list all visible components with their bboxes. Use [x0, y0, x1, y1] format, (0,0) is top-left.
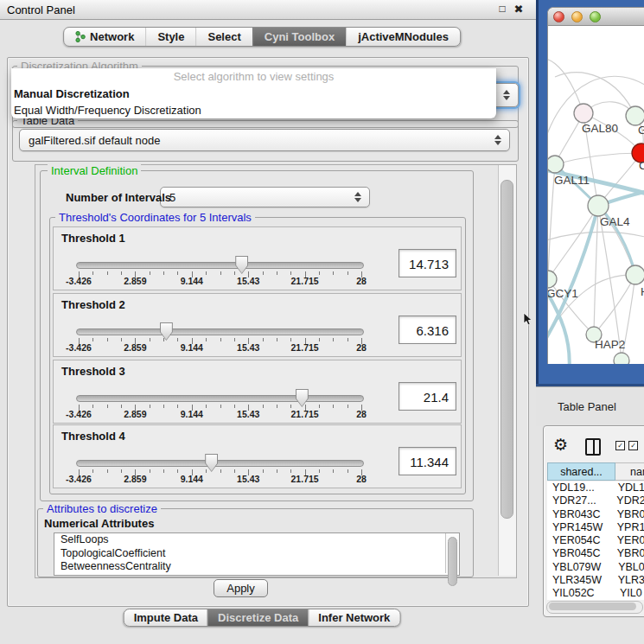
- table-header-row: shared...name: [547, 462, 644, 481]
- minimize-traffic-light[interactable]: [571, 11, 583, 22]
- dropdown-option-manual-discretization[interactable]: Manual Discretization: [11, 86, 496, 102]
- network-node[interactable]: [614, 353, 629, 364]
- node-label: C: [639, 159, 644, 172]
- tick-label: -3.426: [66, 342, 92, 353]
- checkbox-icon[interactable]: ✓: [628, 441, 638, 450]
- numerical-attributes-list: SelfLoopsTopologicalCoefficientBetweenne…: [54, 532, 460, 576]
- tick-mark: [277, 271, 277, 275]
- network-node-h[interactable]: [626, 265, 644, 284]
- tick-label: 21.715: [291, 409, 319, 419]
- table-row[interactable]: YLR345WYLR3: [547, 574, 644, 587]
- table-cell: YBR045C: [547, 547, 613, 560]
- table-data-combo[interactable]: galFiltered.sif default node: [19, 129, 510, 151]
- tick-mark: [107, 271, 108, 275]
- tick-mark: [92, 271, 93, 275]
- tab-label: Impute Data: [134, 611, 198, 624]
- table-row[interactable]: YBR043CYBR0: [547, 508, 644, 521]
- threshold-value-field[interactable]: 21.4: [399, 382, 456, 411]
- tab-label: Network: [90, 30, 134, 43]
- slider-thumb[interactable]: [205, 454, 218, 472]
- attributes-list-scrollbar-thumb[interactable]: [448, 537, 457, 586]
- tick-label: 28: [356, 342, 367, 353]
- column-header-shared[interactable]: shared...: [547, 462, 615, 481]
- node-label: H: [641, 285, 644, 298]
- tick-mark: [263, 405, 264, 408]
- table-row[interactable]: YDL19...YDL1: [547, 481, 644, 494]
- bottom-tab-bar: Impute DataDiscretize DataInfer Network: [124, 609, 401, 627]
- tab-label: Select: [207, 30, 240, 43]
- threshold-value-field[interactable]: 11.344: [399, 447, 456, 475]
- list-item-betweennesscentrality[interactable]: BetweennessCentrality: [54, 560, 459, 574]
- list-item-topologicalcoefficient[interactable]: TopologicalCoefficient: [54, 547, 459, 561]
- network-node-gal4[interactable]: [588, 195, 609, 216]
- table-row[interactable]: YBR045CYBR0: [547, 547, 644, 560]
- tick-label: 21.715: [291, 276, 319, 286]
- slider-track[interactable]: [76, 395, 364, 402]
- tab-impute-data[interactable]: Impute Data: [124, 609, 207, 626]
- tick-label: 21.715: [291, 342, 319, 353]
- table-row[interactable]: YPR145WYPR1: [547, 521, 644, 534]
- apply-button[interactable]: Apply: [214, 579, 268, 597]
- threshold-value-field[interactable]: 6.316: [399, 316, 456, 344]
- tick-mark: [277, 405, 277, 408]
- tick-mark: [92, 338, 93, 341]
- slider-track[interactable]: [76, 460, 364, 467]
- network-node-gal11[interactable]: [548, 156, 564, 173]
- tick-mark: [277, 338, 277, 341]
- tick-mark: [220, 405, 221, 408]
- tick-mark: [290, 271, 291, 275]
- table-row[interactable]: YER054CYER0: [547, 534, 644, 547]
- tick-label: 2.859: [124, 474, 146, 484]
- tick-mark: [150, 271, 150, 275]
- numerical-attributes-label: Numerical Attributes: [41, 517, 157, 530]
- vertical-scrollbar-thumb[interactable]: [501, 180, 513, 519]
- slider-thumb[interactable]: [160, 322, 173, 341]
- tab-style[interactable]: Style: [145, 28, 195, 46]
- tick-mark: [290, 338, 291, 341]
- split-columns-icon[interactable]: [585, 438, 601, 456]
- network-window-titlebar[interactable]: [548, 8, 644, 26]
- gear-icon[interactable]: ⚙: [553, 437, 568, 453]
- slider-track[interactable]: [76, 328, 364, 335]
- horizontal-scrollbar-thumb[interactable]: [549, 603, 636, 610]
- table-cell: YER054C: [547, 534, 613, 547]
- interval-definition-label: Interval Definition: [48, 164, 141, 177]
- zoom-traffic-light[interactable]: [590, 11, 601, 22]
- table-row[interactable]: YBL079WYBL0: [547, 561, 644, 574]
- float-icon[interactable]: □: [495, 2, 509, 16]
- tab-discretize-data[interactable]: Discretize Data: [207, 609, 308, 626]
- tab-network[interactable]: Network: [64, 28, 145, 46]
- tick-mark: [206, 405, 207, 408]
- tick-mark: [333, 405, 334, 408]
- column-header-name[interactable]: name: [615, 462, 644, 481]
- tab-select[interactable]: Select: [195, 28, 252, 46]
- list-item-selfloops[interactable]: SelfLoops: [54, 533, 459, 547]
- network-node-ga[interactable]: [626, 106, 644, 125]
- network-canvas[interactable]: GAL80GACGAL11GAL4GCY1HHAP2: [548, 25, 644, 364]
- slider-thumb[interactable]: [296, 389, 309, 407]
- table-row[interactable]: YDR27...YDR2: [547, 494, 644, 507]
- tab-cyni-toolbox[interactable]: Cyni Toolbox: [252, 28, 346, 46]
- table-cell: YLR345W: [547, 574, 614, 587]
- threshold-value-field[interactable]: 14.713: [399, 249, 456, 277]
- network-node-gal80[interactable]: [574, 104, 593, 123]
- tab-jactivemnodules[interactable]: jActiveMNodules: [346, 28, 460, 46]
- threshold-label: Threshold 2: [61, 298, 125, 311]
- tick-mark: [150, 469, 150, 473]
- table-row[interactable]: YIL052CYIL0: [547, 587, 644, 600]
- tick-mark: [319, 271, 320, 275]
- tick-mark: [206, 271, 207, 275]
- horizontal-scrollbar[interactable]: [546, 601, 643, 614]
- tab-infer-network[interactable]: Infer Network: [308, 609, 399, 626]
- number-of-intervals-combo[interactable]: 5: [160, 187, 370, 207]
- slider-track[interactable]: [76, 262, 364, 269]
- checkbox-icon[interactable]: ✓: [615, 441, 625, 450]
- slider-thumb[interactable]: [235, 256, 248, 274]
- close-traffic-light[interactable]: [553, 11, 564, 22]
- tick-mark: [150, 338, 150, 341]
- close-icon[interactable]: ✖: [512, 2, 526, 16]
- network-node-gcy1[interactable]: [548, 271, 557, 288]
- thresholds-group-label: Threshold's Coordinates for 5 Intervals: [55, 211, 255, 224]
- dropdown-option-equal-width-frequency-discretization[interactable]: Equal Width/Frequency Discretization: [11, 102, 496, 118]
- threshold-label: Threshold 4: [61, 430, 125, 443]
